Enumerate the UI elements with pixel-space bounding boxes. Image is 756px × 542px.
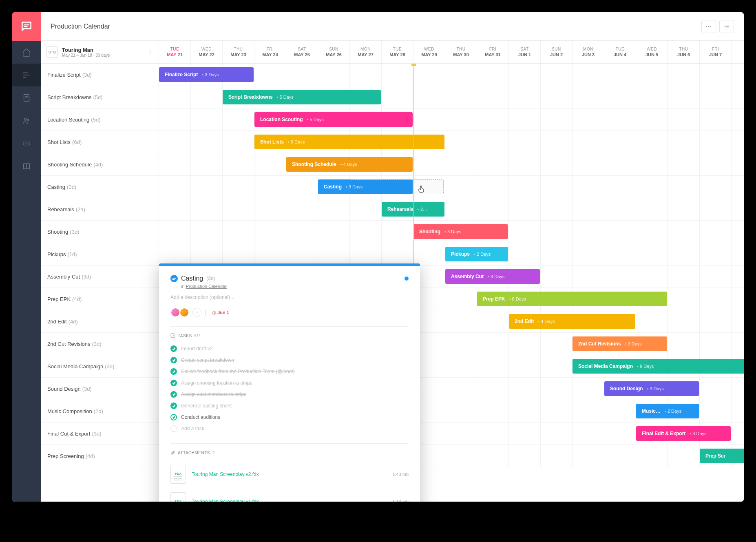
more-button[interactable]: ••• (701, 20, 716, 33)
date-cell: TUEMAY 28 (382, 41, 413, 63)
add-task-input[interactable]: Add a task… (170, 423, 409, 434)
task-row[interactable]: Assembly Cut(3d) (41, 265, 159, 288)
date-cell: FRIMAY 24 (254, 41, 286, 63)
task-detail-popup: Casting (3d) in Production Calendar Add … (159, 263, 420, 502)
subtask-item[interactable]: Assign shooting location to strips (170, 377, 409, 389)
date-cell: TUEJUN 4 (604, 41, 636, 63)
task-row[interactable]: Casting(3d) (41, 176, 159, 198)
project-header: STG Touring Man May 21 – Jun 18 · 30 day… (41, 41, 159, 64)
date-cell: SATJUN 1 (509, 41, 541, 63)
gantt-bar[interactable]: Finalize Script3 Days (159, 67, 254, 82)
nav-doc-icon[interactable] (12, 86, 41, 109)
gantt-bar[interactable]: Rehearsals2… (382, 202, 444, 217)
gantt-bar[interactable]: Music…2 Days (636, 404, 699, 418)
check-icon[interactable] (170, 380, 177, 386)
content: STG Touring Man May 21 – Jun 18 · 30 day… (41, 41, 744, 502)
svg-rect-6 (172, 279, 175, 280)
task-row[interactable]: Script Breakdowns(5d) (41, 86, 159, 108)
date-cell: FRIJUN 7 (700, 41, 732, 63)
nav-vip-icon[interactable]: VIP (12, 132, 41, 155)
task-row[interactable]: Music Composition(2d) (41, 400, 159, 423)
date-cell: THUMAY 23 (223, 41, 254, 63)
task-sidebar: STG Touring Man May 21 – Jun 18 · 30 day… (41, 41, 159, 502)
subtask-item[interactable]: Assign cast members to strips (170, 389, 409, 400)
gantt-bar[interactable]: Prep Scr (700, 449, 744, 463)
gantt-bar[interactable]: Final Edit & Export3 Days (636, 426, 731, 441)
svg-point-1 (24, 118, 27, 121)
task-row[interactable]: Rehearsals(2d) (41, 198, 159, 221)
task-status-icon[interactable] (170, 275, 178, 282)
task-row[interactable]: Social Media Campaign(3d) (41, 355, 159, 378)
date-header: TUEMAY 21WEDMAY 22THUMAY 23FRIMAY 24SATM… (159, 41, 744, 64)
add-person-button[interactable]: + (192, 308, 201, 317)
date-cell: THUJUN 6 (668, 41, 700, 63)
avatar[interactable] (170, 308, 180, 317)
project-range: May 21 – Jun 18 · 30 days (62, 53, 110, 58)
nav-team-icon[interactable] (12, 109, 41, 132)
check-icon[interactable] (170, 414, 177, 420)
task-row[interactable]: Prep Screening(4d) (41, 445, 159, 467)
check-icon[interactable] (170, 403, 177, 409)
subtask-item[interactable]: Create script breakdown (170, 354, 409, 366)
sidebar: VIP (12, 12, 41, 502)
task-row[interactable]: Pickups(1d) (41, 243, 159, 265)
subtask-item[interactable]: Collect feedback from the Production Tea… (170, 366, 409, 377)
task-row[interactable]: Shooting Schedule(4d) (41, 153, 159, 176)
status-dot-icon[interactable] (405, 277, 409, 281)
storyboard-icon: STG (46, 46, 58, 58)
check-icon[interactable] (170, 368, 177, 375)
list-view-button[interactable] (719, 20, 734, 33)
task-row[interactable]: Shooting(3d) (41, 221, 159, 243)
check-icon[interactable] (170, 391, 177, 398)
gantt-bar[interactable]: Location Scouting5 Days (254, 112, 413, 127)
task-row[interactable]: 2nd Cut Revisions(3d) (41, 333, 159, 355)
gantt-bar[interactable]: Social Media Campaign8 Days (573, 359, 744, 374)
gantt-bar[interactable]: 2nd Cut Revisions3 Days (573, 336, 667, 351)
logo[interactable] (12, 12, 41, 41)
gantt-bar[interactable]: Shooting Schedule4 Days (286, 157, 413, 172)
gantt-bar[interactable]: Prep EPK6 Days (477, 292, 667, 306)
header: Production Calendar ••• (41, 12, 744, 41)
svg-text:VIP: VIP (25, 143, 28, 145)
gantt-bar[interactable]: Sound Design3 Days (604, 381, 699, 396)
check-icon[interactable] (170, 357, 177, 363)
avatar[interactable] (179, 308, 189, 317)
svg-point-2 (27, 119, 29, 121)
check-empty-icon (170, 425, 177, 432)
gantt-bar[interactable]: Shooting3 Days (413, 224, 508, 239)
task-row[interactable]: Finalize Script(3d) (41, 64, 159, 86)
nav-timeline-icon[interactable] (12, 64, 41, 86)
date-cell: WEDJUN 5 (636, 41, 668, 63)
popup-title: Casting (181, 275, 203, 282)
page-title: Production Calendar (51, 23, 110, 30)
task-row[interactable]: Sound Design(3d) (41, 378, 159, 400)
drag-ghost (350, 179, 444, 194)
nav-book-icon[interactable] (12, 155, 41, 178)
project-more-icon[interactable]: ⋮ (147, 49, 153, 55)
subtask-item[interactable]: Import draft v2 (170, 343, 409, 354)
svg-rect-5 (172, 278, 176, 279)
task-row[interactable]: Shot Lists(6d) (41, 131, 159, 153)
nav-home-icon[interactable] (12, 41, 41, 64)
attachment-item[interactable]: FDXTouring Man Screenplay v2.fdx1.43 mb (170, 461, 409, 488)
attachment-item[interactable]: FDXTouring Man Screenplay v1.fdx1.13 mb (170, 488, 409, 502)
gantt-bar[interactable]: Shot Lists6 Days (254, 135, 444, 149)
subtask-item[interactable]: Generate casting sheet (170, 400, 409, 411)
gantt-bar[interactable]: 2nd Edit4 Days (509, 314, 635, 329)
task-row[interactable]: Location Scouting(5d) (41, 108, 159, 131)
task-row[interactable]: Final Cut & Export(3d) (41, 423, 159, 445)
main: Production Calendar ••• STG Touring Man … (41, 12, 744, 502)
subtask-item[interactable]: Conduct auditions (170, 411, 409, 423)
gantt-bar[interactable]: Script Breakdowns5 Days (223, 90, 381, 104)
gantt-bar[interactable]: Pickups2 Days (445, 247, 508, 261)
due-date[interactable]: Jun 1 (212, 310, 229, 315)
check-icon[interactable] (170, 345, 177, 352)
popup-duration: (3d) (206, 276, 215, 281)
description-input[interactable]: Add a description (optional)… (170, 294, 409, 300)
project-name: Touring Man (62, 47, 110, 53)
gantt-bar[interactable]: Assembly Cut3 Days (445, 269, 540, 284)
breadcrumb-link[interactable]: Production Calendar (186, 284, 227, 289)
file-icon: FDX (170, 465, 186, 484)
task-row[interactable]: 2nd Edit(4d) (41, 310, 159, 333)
task-row[interactable]: Prep EPK(4d) (41, 288, 159, 310)
